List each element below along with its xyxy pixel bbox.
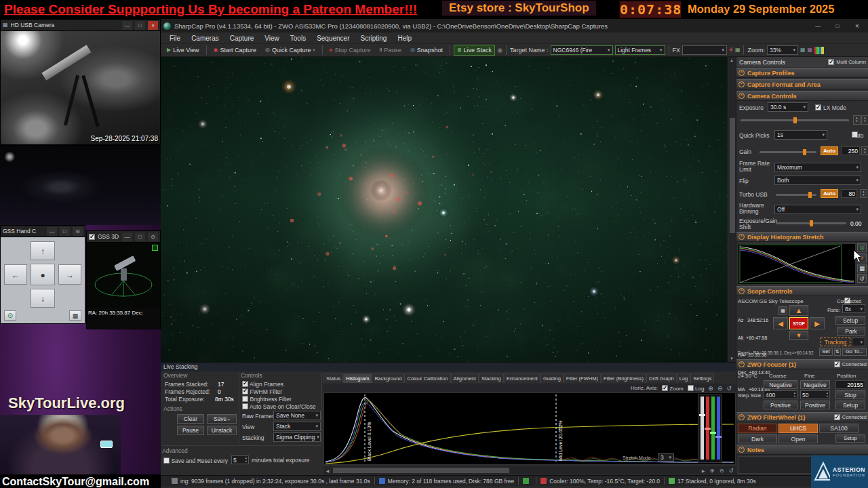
tab-drift-graph[interactable]: Drift Graph	[646, 373, 677, 383]
stretch-mode-select[interactable]: 3	[658, 453, 674, 462]
zoom-out-icon[interactable]: ⊖	[717, 385, 723, 392]
slew-stop-button[interactable]: ●	[31, 264, 55, 285]
exp-gain-shift-thumb[interactable]	[810, 220, 813, 226]
align-frames-checkbox[interactable]	[242, 381, 248, 387]
scope-stop-button[interactable]: STOP	[789, 317, 808, 329]
tab-filter-fwhm[interactable]: Filter (FWHM)	[564, 373, 601, 383]
minimize-icon[interactable]: —	[122, 232, 132, 241]
fine-positive-button[interactable]: Positive	[800, 401, 830, 409]
frame-rate-select[interactable]: Maximum	[774, 163, 861, 172]
focuser-stop-button[interactable]: Stop	[835, 390, 865, 399]
fwhm-filter-checkbox[interactable]	[242, 388, 248, 394]
frame-type-select[interactable]: Light Frames	[615, 45, 665, 55]
maximize-icon[interactable]: □	[829, 22, 846, 30]
scope-setup-button[interactable]: Setup	[835, 316, 865, 325]
minimize-icon[interactable]: —	[47, 227, 57, 236]
coarse-negative-button[interactable]: Negative	[764, 380, 797, 389]
blue-bar[interactable]	[717, 396, 720, 460]
target-name-select[interactable]: NGC6946 (Fire	[551, 45, 613, 55]
exposure-spinner[interactable]	[853, 115, 861, 125]
image-icon[interactable]: ▦	[808, 47, 813, 53]
menu-tools[interactable]: Tools	[285, 34, 311, 43]
focuser-connected-checkbox[interactable]	[834, 361, 840, 367]
coarse-positive-button[interactable]: Positive	[764, 401, 797, 409]
filter-sa100-button[interactable]: SA100	[819, 424, 859, 433]
view-select[interactable]: Stack	[273, 422, 321, 431]
exposure-slider-thumb[interactable]	[793, 117, 797, 123]
menu-scripting[interactable]: Scripting	[356, 34, 392, 43]
scrollbar-thumb[interactable]	[333, 468, 509, 473]
gss-hand-titlebar[interactable]: GSS Hand C — □ ⊙	[1, 226, 85, 237]
brightness-filter-checkbox[interactable]	[242, 396, 248, 402]
goto-button[interactable]: Go To...	[842, 348, 867, 356]
coarse-step-input[interactable]: 400	[764, 390, 797, 399]
exp-gain-shift-slider[interactable]	[776, 222, 846, 224]
tab-log[interactable]: Log	[677, 373, 691, 383]
flip-select[interactable]: Both	[774, 176, 861, 185]
scroll-left-icon[interactable]: ◀	[323, 468, 332, 473]
power-icon[interactable]: ⊙	[4, 310, 16, 321]
stacking-select[interactable]: Sigma Clipping	[273, 432, 321, 442]
tab-alignment[interactable]: Alignment	[451, 373, 479, 383]
section-display-stretch[interactable]: ⌃Display Histogram Stretch	[736, 232, 868, 242]
scroll-right-icon[interactable]: ▶	[699, 468, 707, 473]
filter-radian-button[interactable]: Radian	[738, 424, 777, 433]
gain-slider-thumb[interactable]	[803, 149, 806, 155]
scope-up-button[interactable]: ▲	[789, 305, 808, 316]
histogram-plot[interactable]: Black Level 0.13% Mid Level 20.652% Stre…	[323, 392, 736, 465]
scroll-up-icon[interactable]: ▲	[730, 58, 734, 62]
display-stretch-histogram[interactable]	[738, 243, 856, 285]
target-reticle-icon[interactable]: ◉	[497, 47, 502, 53]
section-camera-controls[interactable]: ⌃Camera Controls	[736, 91, 868, 101]
pause-stack-button[interactable]: Pause	[177, 426, 204, 435]
section-notes[interactable]: ⌃Notes	[736, 445, 868, 455]
reset-stretch-button[interactable]: +	[857, 253, 867, 262]
menu-capture[interactable]: Capture	[225, 34, 259, 43]
focuser-setup-button[interactable]: Setup	[835, 401, 865, 409]
auto-save-checkbox[interactable]	[242, 403, 248, 409]
menu-file[interactable]: File	[165, 34, 185, 43]
section-capture-format[interactable]: ⌃Capture Format and Area	[736, 79, 868, 89]
menu-cameras[interactable]: Cameras	[186, 34, 224, 43]
slew-up-button[interactable]: ↑	[31, 241, 55, 260]
quick-capture-button[interactable]: ◎Quick Capture▾	[262, 45, 319, 56]
auto-stretch-button[interactable]: ⊙	[857, 243, 867, 252]
save-reset-minutes-input[interactable]: 5	[231, 455, 249, 464]
sharpcap-titlebar[interactable]: SharpCap Pro (v4.1.13534, 64 bit) - ZWO …	[161, 19, 868, 33]
menu-sequencer[interactable]: Sequencer	[312, 34, 354, 43]
gss-3d-titlebar[interactable]: GSS 3D — □ ⊙	[87, 231, 160, 243]
menu-help[interactable]: Help	[393, 34, 416, 43]
histogram-scrollbar[interactable]: ◀ ▶ ⊕ ⊖ ↺	[323, 466, 736, 474]
park-button[interactable]: Park	[837, 327, 865, 336]
scope-right-button[interactable]: ▶	[810, 317, 825, 329]
gain-auto-button[interactable]: Auto	[821, 146, 838, 155]
filter-open-button[interactable]: Open	[778, 434, 818, 443]
power-icon[interactable]: ⊙	[148, 232, 158, 241]
maximize-icon[interactable]: □	[60, 227, 70, 236]
hd-camera-titlebar[interactable]: ▦ HD USB Camera — □ ×	[1, 20, 160, 31]
tracking-rate-select[interactable]	[852, 338, 865, 346]
tab-histogram[interactable]: Histogram	[343, 373, 372, 383]
filterwheel-setup-button[interactable]: Setup	[835, 434, 865, 443]
menu-view[interactable]: View	[260, 34, 284, 43]
rgb-stretch-widget[interactable]	[698, 394, 722, 463]
turbo-usb-auto-button[interactable]: Auto	[821, 189, 838, 198]
histogram-icon[interactable]	[814, 47, 824, 54]
gss-3d-checkbox[interactable]	[89, 234, 95, 240]
section-scope-controls[interactable]: ⌃Scope Controls	[736, 286, 868, 296]
pad-mode-icon[interactable]: ▦	[778, 306, 787, 315]
live-stack-button[interactable]: ≣Live Stack	[454, 45, 495, 56]
tracking-button[interactable]: Tracking	[821, 338, 850, 346]
save-button[interactable]: Save	[207, 414, 237, 424]
scroll-down-icon[interactable]: ▼	[730, 357, 734, 361]
exposure-fine-spinner[interactable]	[861, 115, 868, 125]
crosshair-icon[interactable]: +	[729, 47, 733, 53]
gain-slider[interactable]	[760, 151, 816, 153]
unstack-button[interactable]: Unstack	[207, 426, 237, 435]
scope-down-button[interactable]: ▼	[789, 331, 808, 340]
pause-button[interactable]: IIPause	[376, 45, 404, 56]
turbo-usb-thumb[interactable]	[808, 192, 812, 198]
exposure-select[interactable]: 30.0 s	[768, 102, 808, 112]
lx-mode-checkbox[interactable]	[815, 104, 821, 110]
maximize-icon[interactable]: □	[135, 232, 145, 241]
